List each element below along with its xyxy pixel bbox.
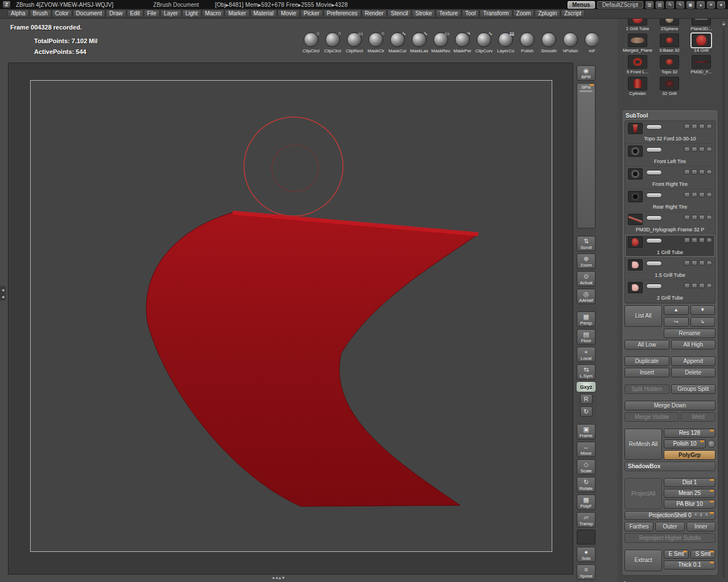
tray-open-icon[interactable]: ◂ xyxy=(0,287,6,293)
uv-icon[interactable] xyxy=(692,238,697,243)
tool-item[interactable]: 5 Front L... xyxy=(622,55,653,77)
menus-button[interactable]: Menus xyxy=(568,1,595,9)
subtool-arrow-button[interactable]: ↪ xyxy=(664,317,689,327)
eye-icon[interactable] xyxy=(706,238,712,243)
brush-shelf-item[interactable]: ✎ MaskPer xyxy=(452,32,473,59)
subtool-row[interactable]: Topo 32 Ford 10-30-10 xyxy=(625,121,715,144)
displacement-icon[interactable] xyxy=(699,147,705,152)
right-shelf-button[interactable]: ◇ Scale xyxy=(577,459,595,475)
eye-icon[interactable] xyxy=(706,283,712,288)
brush-shelf-item[interactable]: Smooth xyxy=(538,32,560,59)
right-shelf-button[interactable]: + Local xyxy=(577,347,595,362)
scroll-left-icon[interactable]: ◂ xyxy=(275,575,278,580)
menu-item[interactable]: Stroke xyxy=(412,10,435,18)
res-slider[interactable]: Res 128 xyxy=(664,429,715,438)
menu-item[interactable]: Alpha xyxy=(7,10,29,18)
scroll-left-icon[interactable]: ◂ xyxy=(272,575,274,580)
titlebar-icon-button[interactable]: ▴ xyxy=(697,1,705,9)
right-shelf-button[interactable] xyxy=(577,530,595,544)
titlebar-icon-button[interactable]: ✎ xyxy=(676,1,684,9)
uv-icon[interactable] xyxy=(692,147,697,152)
merge-visible-button[interactable]: Merge Visible xyxy=(624,412,679,422)
tool-item[interactable]: 3:Base 32 xyxy=(653,34,685,55)
layers-palette-header[interactable]: Layers xyxy=(622,580,718,582)
uv-icon[interactable] xyxy=(692,215,697,220)
document-canvas[interactable] xyxy=(8,63,573,575)
right-shelf-button[interactable]: ↔ Move xyxy=(577,442,595,457)
right-shelf-button[interactable]: ▦ PolyF xyxy=(577,494,595,510)
displacement-icon[interactable] xyxy=(699,169,705,174)
menu-item[interactable]: Texture xyxy=(436,10,461,18)
menu-item[interactable]: Zoom xyxy=(513,10,535,18)
subtool-arrow-button[interactable]: ▼ xyxy=(690,305,715,315)
uv-icon[interactable] xyxy=(692,192,697,197)
uv-icon[interactable] xyxy=(692,283,697,288)
e-smt-toggle[interactable]: E Smt xyxy=(664,550,689,559)
right-shelf-button[interactable]: ⇅ Scroll xyxy=(577,236,595,251)
scroll-up-icon[interactable]: ▴ xyxy=(279,575,281,580)
menu-item[interactable]: Preferences xyxy=(324,10,361,18)
subtool-row[interactable]: Rear Right Tire xyxy=(625,189,715,212)
brush-shelf-item[interactable]: hPolish xyxy=(560,32,581,59)
tool-item[interactable]: Topo 32 xyxy=(653,55,685,77)
menu-item[interactable]: Edit xyxy=(127,10,143,18)
uv-icon[interactable] xyxy=(692,124,697,129)
paint-icon[interactable] xyxy=(684,260,690,265)
polygrp-button[interactable]: PolyGrp xyxy=(664,450,715,460)
subtool-row[interactable]: PM3D_Hylograph Frame 32 P xyxy=(625,212,715,235)
menu-item[interactable]: Macro xyxy=(202,10,225,18)
tray-scrollbar[interactable] xyxy=(723,28,725,579)
brush-shelf-item[interactable]: ▭ MaskRec xyxy=(430,32,452,59)
eye-visibility-toggle[interactable] xyxy=(646,193,662,198)
tool-item[interactable]: ZSphere xyxy=(653,19,685,34)
eye-icon[interactable] xyxy=(706,169,712,174)
all-low-button[interactable]: All Low xyxy=(624,340,669,350)
titlebar-icon-button[interactable]: ▣ xyxy=(686,1,694,9)
eye-visibility-toggle[interactable] xyxy=(646,124,662,130)
eye-visibility-toggle[interactable] xyxy=(646,147,662,152)
brush-shelf-item[interactable]: ○ ClipCircl xyxy=(322,32,344,59)
thick-slider[interactable]: Thick 0.1 xyxy=(664,560,715,569)
project-all-button[interactable]: ProjectAll xyxy=(624,478,662,509)
merge-down-button[interactable]: Merge Down xyxy=(624,401,715,410)
dist-slider[interactable]: Dist 1 xyxy=(664,478,715,487)
right-shelf-button[interactable]: ◉ BPR xyxy=(577,65,595,81)
inner-button[interactable]: Inner xyxy=(686,522,715,531)
titlebar-icon-button[interactable]: ▥ xyxy=(656,1,664,9)
insert-button[interactable]: Insert xyxy=(624,368,669,377)
brush-shelf-item[interactable]: mF xyxy=(581,32,598,59)
right-shelf-button[interactable]: ⇆ L.Sym xyxy=(577,364,595,380)
tool-item[interactable]: PM3D_F... xyxy=(685,55,717,77)
subtool-arrow-button[interactable]: ↳ xyxy=(690,317,715,327)
uv-icon[interactable] xyxy=(692,169,697,174)
displacement-icon[interactable] xyxy=(699,260,705,265)
list-all-button[interactable]: List All xyxy=(624,305,662,327)
paint-icon[interactable] xyxy=(684,169,690,174)
right-shelf-button[interactable]: ▤ Floor xyxy=(577,329,595,344)
titlebar-icon-button[interactable]: ✎ xyxy=(666,1,674,9)
default-zscript-button[interactable]: DefaultZScript xyxy=(597,1,643,9)
right-shelf-button[interactable]: ▦ Persp xyxy=(577,311,595,327)
brush-shelf-item[interactable]: ○ ClipCircl xyxy=(300,32,322,59)
menu-item[interactable]: Stencil xyxy=(387,10,411,18)
paint-icon[interactable] xyxy=(684,147,690,152)
subtool-row[interactable]: Front Left Tire xyxy=(625,144,715,167)
tray-scroll-up-icon[interactable]: ▴ xyxy=(721,20,727,27)
rename-button[interactable]: Rename xyxy=(664,329,715,338)
brush-shelf-item[interactable]: ∿ ClipCurv xyxy=(473,32,495,59)
menu-item[interactable]: Movie xyxy=(278,10,300,18)
brush-shelf-item[interactable]: ∿ MaskLas xyxy=(408,32,430,59)
menu-item[interactable]: Tool xyxy=(462,10,479,18)
shadowbox-header[interactable]: ShadowBox xyxy=(624,462,715,471)
duplicate-button[interactable]: Duplicate xyxy=(624,356,669,366)
menu-item[interactable]: Marker xyxy=(225,10,249,18)
tool-item[interactable]: Cylinder xyxy=(622,77,653,98)
remesh-all-button[interactable]: ReMesh All xyxy=(624,429,662,460)
paint-icon[interactable] xyxy=(684,215,690,220)
polish-slider[interactable]: Polish 10 xyxy=(664,439,706,448)
tray-open-icon[interactable]: ◂ xyxy=(0,294,6,300)
right-shelf-button[interactable]: ▣ Frame xyxy=(577,424,595,439)
menu-item[interactable]: Layer xyxy=(160,10,181,18)
subtool-row[interactable]: Front Right Tire xyxy=(625,167,715,189)
all-high-button[interactable]: All High xyxy=(671,340,716,350)
